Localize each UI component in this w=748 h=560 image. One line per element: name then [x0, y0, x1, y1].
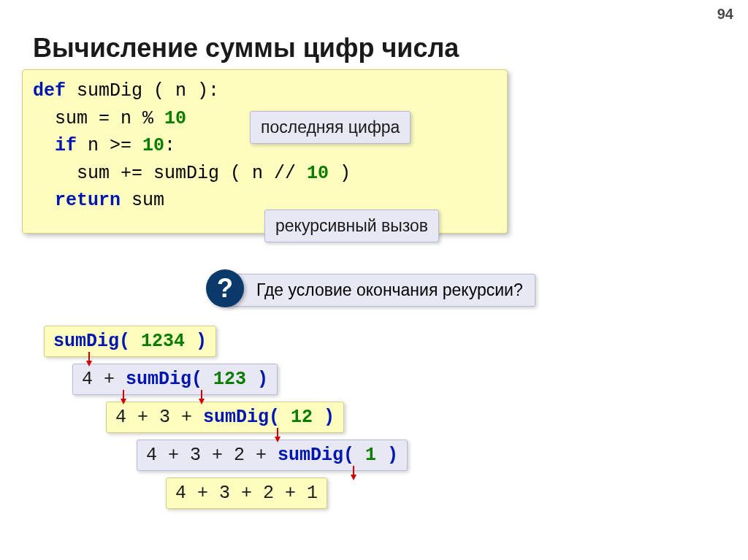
fn-arg: 1234: [130, 331, 196, 352]
arrow-icon: [197, 390, 205, 403]
fn-close: ): [257, 369, 268, 390]
svg-marker-7: [275, 437, 280, 442]
arrow-icon: [273, 428, 280, 441]
fn-close: ): [324, 407, 335, 428]
arrow-icon: [85, 352, 92, 365]
code-text: :: [164, 135, 175, 156]
code-text: sumDig ( n ):: [66, 80, 219, 101]
recursion-step-1: sumDig( 1234 ): [44, 326, 216, 357]
fn-close: ): [196, 331, 207, 352]
slide-title: Вычисление суммы цифр числа: [33, 33, 459, 64]
step-prefix: 4 +: [82, 369, 126, 390]
fn-arg: 12: [280, 407, 324, 428]
step-prefix: 4 + 3 + 2 +: [146, 445, 278, 466]
recursion-step-3: 4 + 3 + sumDig( 12 ): [106, 402, 344, 433]
callout-recursive-call: рекурсивный вызов: [264, 210, 439, 242]
recursion-step-4: 4 + 3 + 2 + sumDig( 1 ): [137, 440, 408, 471]
keyword-if: if: [55, 135, 77, 156]
code-text: [33, 135, 55, 156]
recursion-step-5: 4 + 3 + 2 + 1: [166, 477, 327, 509]
svg-marker-1: [86, 361, 92, 367]
fn-arg: 1: [354, 445, 387, 466]
step-prefix: 4 + 3 +: [115, 407, 203, 428]
code-text: n >=: [77, 135, 142, 156]
page-number: 94: [717, 6, 733, 23]
fn-name: sumDig(: [53, 331, 130, 352]
fn-name: sumDig(: [278, 445, 354, 466]
code-text: ): [329, 163, 351, 184]
fn-name: sumDig(: [126, 369, 202, 390]
keyword-return: return: [55, 190, 121, 211]
code-text: sum: [121, 190, 164, 211]
fn-close: ): [387, 445, 398, 466]
code-number: 10: [142, 135, 164, 156]
code-number: 10: [307, 163, 329, 184]
svg-marker-5: [199, 399, 205, 404]
code-text: sum = n %: [33, 108, 164, 129]
arrow-icon: [349, 466, 356, 479]
fn-name: sumDig(: [203, 407, 280, 428]
code-text: [33, 190, 55, 211]
question-box: Где условие окончания рекурсии?: [226, 274, 535, 307]
question-icon: ?: [206, 269, 244, 307]
arrow-icon: [119, 390, 126, 403]
callout-last-digit: последняя цифра: [250, 111, 411, 144]
code-number: 10: [164, 108, 186, 129]
svg-marker-9: [351, 475, 356, 480]
svg-marker-3: [121, 399, 126, 404]
keyword-def: def: [33, 80, 66, 101]
recursion-step-2: 4 + sumDig( 123 ): [72, 364, 278, 395]
code-text: sum += sumDig ( n //: [33, 163, 307, 184]
fn-arg: 123: [202, 369, 257, 390]
